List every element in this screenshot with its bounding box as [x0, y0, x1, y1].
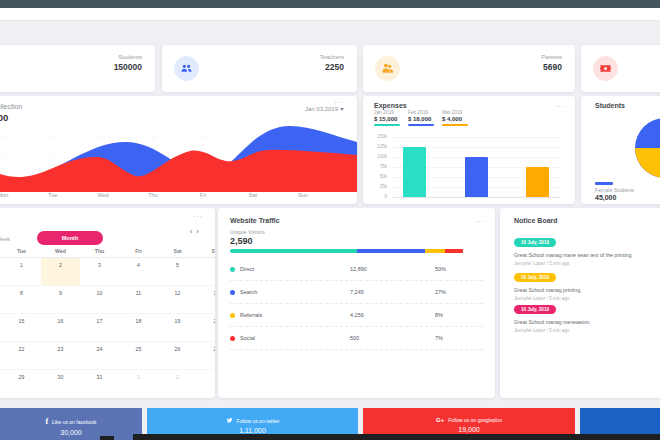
- stat-value: 5690: [541, 62, 562, 72]
- calendar-day-cell[interactable]: 1: [2, 258, 41, 285]
- notice-item[interactable]: 16 July, 2019 Great School manag meneaeo…: [514, 297, 660, 333]
- twitter-count: 1,11,000: [147, 427, 358, 434]
- calendar-day-cell[interactable]: 23: [41, 342, 80, 369]
- calendar-day-cell[interactable]: 13: [197, 286, 215, 313]
- notice-item[interactable]: 16 July, 2019 Great School manag mane se…: [514, 230, 660, 266]
- calendar-day-cell[interactable]: 16: [41, 314, 80, 341]
- traffic-dot-icon: [230, 267, 235, 272]
- calendar-day-cell[interactable]: 15: [2, 314, 41, 341]
- calendar-day-cell[interactable]: 3: [197, 370, 215, 397]
- students-card: Students Female Students 45,000: [581, 96, 660, 204]
- calendar-day-cell[interactable]: 17: [80, 314, 119, 341]
- card-menu-icon[interactable]: ...: [475, 215, 485, 224]
- stat-card-teachers: Teachers 2250: [162, 45, 357, 92]
- unique-visitors-value: 2,590: [230, 236, 253, 246]
- stat-card-parents: Parents 5690: [363, 45, 575, 92]
- traffic-bar-segment-direct: [230, 249, 357, 253]
- card-menu-icon[interactable]: ...: [193, 210, 203, 219]
- bottom-dark-strip: [133, 434, 660, 440]
- fees-date-dropdown[interactable]: Jan 03,2019: [305, 106, 344, 112]
- calendar-day-cell[interactable]: 9: [41, 286, 80, 313]
- calendar-day-cell[interactable]: 2: [158, 370, 197, 397]
- notice-board-title: Notice Board: [514, 217, 558, 224]
- calendar-day-cell[interactable]: 6: [197, 258, 215, 285]
- fees-area-chart: [0, 124, 357, 192]
- notice-item[interactable]: 16 July, 2019 Great School manag printin…: [514, 265, 660, 301]
- calendar-week-row: 28 29 30 31 1 2 3: [0, 370, 215, 397]
- calendar-weekday: Fri: [119, 248, 158, 254]
- calendar-view-month-button[interactable]: Month: [37, 231, 103, 245]
- notice-date-badge: 16 July, 2019: [514, 273, 556, 282]
- facebook-icon: f: [45, 417, 48, 426]
- calendar-day-cell[interactable]: 25: [119, 342, 158, 369]
- stat-card-earnings: [581, 45, 660, 92]
- legend-color-line: [442, 124, 468, 126]
- calendar-day-cell[interactable]: 5: [158, 258, 197, 285]
- y-tick: 125k: [367, 144, 387, 149]
- twitter-icon: [226, 417, 233, 424]
- app-topbar: [0, 0, 660, 8]
- calendar-weekday: Tue: [2, 248, 41, 254]
- calendar-day-cell[interactable]: 10: [80, 286, 119, 313]
- x-axis-line: [393, 197, 561, 198]
- googleplus-count: 19,000: [363, 426, 575, 433]
- calendar-day-cell[interactable]: 24: [80, 342, 119, 369]
- calendar-grid: Mon Tue Wed Thu Fri Sat Sun 31 1 2 3 4 5…: [0, 248, 215, 397]
- fees-collection-value: 193,000: [0, 112, 8, 123]
- website-traffic-title: Website Traffic: [230, 217, 280, 224]
- calendar-day-cell[interactable]: 29: [2, 370, 41, 397]
- stat-value: 2250: [320, 62, 344, 72]
- students-pie-chart: [631, 114, 660, 182]
- stat-label: Parents: [541, 54, 562, 60]
- people-group-icon: [174, 56, 199, 81]
- calendar-day-cell[interactable]: 8: [2, 286, 41, 313]
- gridline: [393, 137, 561, 138]
- card-menu-icon[interactable]: ...: [555, 100, 565, 109]
- stat-card-students: Students 150000: [0, 45, 155, 92]
- traffic-stacked-bar: [230, 249, 483, 253]
- calendar-day-cell[interactable]: 22: [2, 342, 41, 369]
- website-traffic-card: Website Traffic ... Unique Visitors 2,59…: [218, 208, 495, 398]
- facebook-bar[interactable]: f Like us on facebook 30,000: [0, 408, 142, 440]
- y-tick: 0: [367, 194, 387, 199]
- calendar-day-cell[interactable]: 18: [119, 314, 158, 341]
- expenses-bar-mar: [526, 167, 549, 197]
- calendar-nav: ‹›: [190, 227, 203, 236]
- notice-date-badge: 16 July, 2019: [514, 238, 556, 247]
- stat-label: Students: [114, 54, 142, 60]
- traffic-dot-icon: [230, 313, 235, 318]
- calendar-day-cell[interactable]: 3: [80, 258, 119, 285]
- legend-color-line: [408, 124, 434, 126]
- calendar-day-cell[interactable]: 20: [197, 314, 215, 341]
- y-tick: 25k: [367, 184, 387, 189]
- calendar-week-row: 14 15 16 17 18 19 20: [0, 314, 215, 342]
- unique-visitors-label: Unique Visitors: [230, 229, 265, 235]
- card-menu-icon[interactable]: ...: [334, 96, 344, 105]
- expenses-title: Expenses: [374, 102, 407, 109]
- calendar-header-row: Mon Tue Wed Thu Fri Sat Sun: [0, 248, 215, 258]
- calendar-day-cell-today[interactable]: 2: [41, 258, 80, 285]
- calendar-day-cell[interactable]: 19: [158, 314, 197, 341]
- calendar-day-cell[interactable]: 31: [80, 370, 119, 397]
- students-title: Students: [595, 102, 625, 109]
- calendar-card: ... ‹› Week Month Mon Tue Wed Thu Fri Sa…: [0, 208, 215, 398]
- calendar-day-cell[interactable]: 12: [158, 286, 197, 313]
- calendar-week-row: 7 8 9 10 11 12 13: [0, 286, 215, 314]
- calendar-next-icon[interactable]: ›: [196, 227, 203, 236]
- legend-item: Jan 2019 $ 15,000: [374, 110, 404, 126]
- notice-text: Great School manag mane sean text of the…: [514, 252, 660, 258]
- calendar-day-cell[interactable]: 27: [197, 342, 215, 369]
- calendar-day-cell[interactable]: 4: [119, 258, 158, 285]
- calendar-day-cell[interactable]: 1: [119, 370, 158, 397]
- calendar-day-cell[interactable]: 30: [41, 370, 80, 397]
- facebook-label: Like us on facebook: [52, 419, 96, 425]
- calendar-day-cell[interactable]: 26: [158, 342, 197, 369]
- calendar-day-cell[interactable]: 11: [119, 286, 158, 313]
- traffic-dot-icon: [230, 336, 235, 341]
- googleplus-label: Follow us on googleplus: [448, 417, 502, 423]
- y-tick: 50k: [367, 174, 387, 179]
- legend-item: Feb 2019 $ 18,000: [408, 110, 438, 126]
- calendar-view-week[interactable]: Week: [0, 236, 10, 242]
- stat-label: Teachers: [320, 54, 344, 60]
- traffic-dot-icon: [230, 290, 235, 295]
